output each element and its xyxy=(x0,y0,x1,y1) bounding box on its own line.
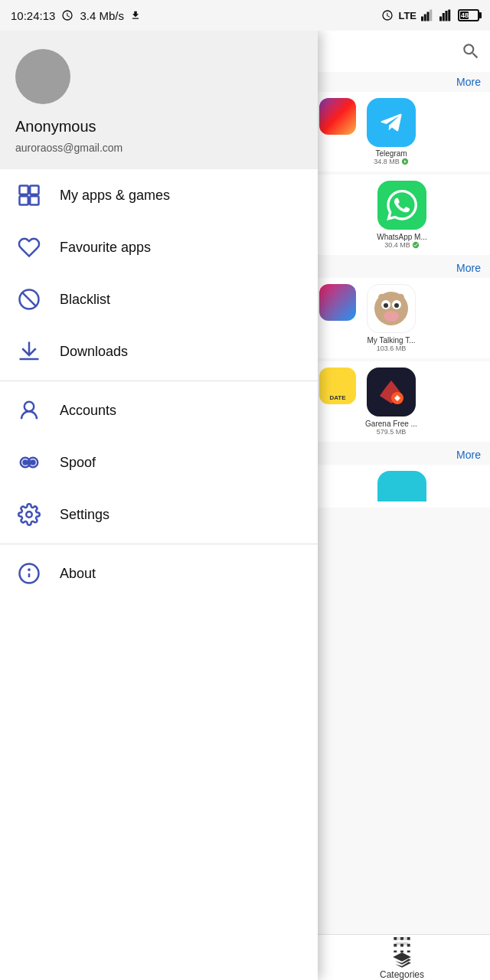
menu-label-downloads: Downloads xyxy=(60,344,128,360)
menu-label-spoof: Spoof xyxy=(60,455,96,471)
menu-item-favourite-apps[interactable]: Favourite apps xyxy=(0,221,318,273)
avatar xyxy=(15,49,70,104)
svg-point-12 xyxy=(384,303,388,308)
svg-rect-22 xyxy=(30,196,38,204)
heart-icon xyxy=(17,235,41,260)
menu-item-spoof[interactable]: Spoof xyxy=(0,436,318,488)
alarm2-icon xyxy=(381,9,394,21)
download-arrow-icon xyxy=(130,9,141,21)
alarm-icon xyxy=(61,9,74,21)
app-garena[interactable]: Garena Free ... 579.5 MB xyxy=(357,368,426,436)
app-partial-date: DATE xyxy=(318,368,357,436)
spoof-icon xyxy=(17,450,41,475)
divider-1 xyxy=(0,381,318,381)
svg-rect-17 xyxy=(396,937,408,940)
account-icon xyxy=(17,398,41,423)
menu-label-settings: Settings xyxy=(60,507,109,523)
menu-label-about: About xyxy=(60,566,96,582)
menu-label-blacklist: Blacklist xyxy=(60,292,110,308)
menu-list: My apps & games Favourite apps Blacklist xyxy=(0,169,318,980)
svg-line-24 xyxy=(22,292,36,306)
svg-point-31 xyxy=(31,461,35,465)
svg-rect-18 xyxy=(396,942,408,946)
menu-item-downloads[interactable]: Downloads xyxy=(0,325,318,377)
divider-2 xyxy=(0,544,318,544)
menu-item-blacklist[interactable]: Blacklist xyxy=(0,273,318,325)
app-telegram[interactable]: Telegram 34.8 MB xyxy=(357,98,426,165)
svg-rect-6 xyxy=(446,11,448,21)
svg-rect-2 xyxy=(427,12,430,21)
wifi-signal-icon xyxy=(439,9,453,21)
menu-item-settings[interactable]: Settings xyxy=(0,488,318,541)
categories-label: Categories xyxy=(380,969,424,980)
svg-rect-5 xyxy=(443,13,445,21)
battery-level: 48 xyxy=(461,11,469,19)
menu-item-accounts[interactable]: Accounts xyxy=(0,384,318,436)
profile-name: Anonymous xyxy=(15,118,302,136)
app-talking-tom[interactable]: My Talking T... 103.6 MB xyxy=(357,284,426,352)
layers-icon xyxy=(391,952,413,968)
side-drawer: Anonymous auroraoss@gmail.com My apps & … xyxy=(0,31,318,980)
block-icon xyxy=(17,287,41,312)
svg-point-8 xyxy=(413,242,419,248)
search-icon xyxy=(461,41,481,61)
battery-indicator: 48 xyxy=(458,9,479,21)
svg-rect-21 xyxy=(20,196,28,204)
signal-icon xyxy=(421,9,435,21)
grid-icon xyxy=(17,183,41,207)
svg-point-30 xyxy=(24,461,28,465)
more-label-2[interactable]: More xyxy=(314,258,490,278)
menu-item-my-apps-games[interactable]: My apps & games xyxy=(0,169,318,221)
svg-point-14 xyxy=(384,311,399,322)
app-whatsapp[interactable]: WhatsApp M... 30.4 MB xyxy=(314,175,490,255)
info-icon xyxy=(17,561,41,586)
svg-rect-3 xyxy=(430,10,432,21)
menu-item-about[interactable]: About xyxy=(0,547,318,599)
menu-label-favourite-apps: Favourite apps xyxy=(60,240,151,256)
svg-point-26 xyxy=(24,402,34,412)
lte-indicator: LTE xyxy=(398,10,416,21)
svg-rect-4 xyxy=(439,17,442,21)
svg-point-32 xyxy=(26,511,32,518)
menu-label-accounts: Accounts xyxy=(60,403,116,419)
more-label-1[interactable]: More xyxy=(314,72,490,92)
categories-icon xyxy=(392,935,412,952)
status-bar: 10:24:13 3.4 Mb/s LTE 48 xyxy=(0,0,490,31)
app-partial-left[interactable] xyxy=(318,284,357,352)
profile-email: auroraoss@gmail.com xyxy=(15,142,302,154)
svg-rect-1 xyxy=(424,15,426,21)
download-icon xyxy=(17,339,41,364)
svg-rect-0 xyxy=(421,17,423,21)
background-app-store: More Telegram 34.8 MB What xyxy=(314,31,490,980)
speed: 3.4 Mb/s xyxy=(80,9,124,22)
svg-rect-20 xyxy=(30,186,38,194)
svg-rect-7 xyxy=(448,10,450,21)
profile-section: Anonymous auroraoss@gmail.com xyxy=(0,31,318,169)
svg-point-13 xyxy=(394,303,399,308)
svg-rect-19 xyxy=(20,186,28,194)
more-label-3[interactable]: More xyxy=(314,445,490,465)
settings-icon xyxy=(17,502,41,527)
time: 10:24:13 xyxy=(11,9,55,22)
bottom-nav-bar: Categories xyxy=(314,934,490,980)
menu-label-my-apps-games: My apps & games xyxy=(60,188,170,204)
app-instagram[interactable] xyxy=(318,98,357,165)
